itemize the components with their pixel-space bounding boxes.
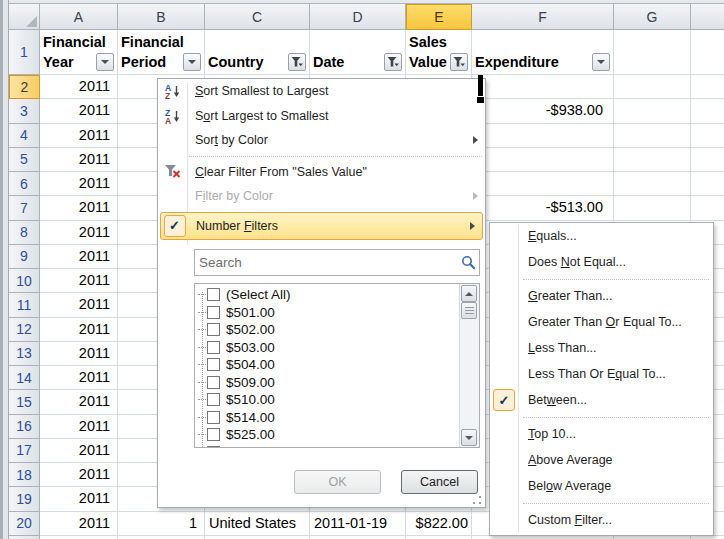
scroll-down-button[interactable] [461, 429, 477, 446]
col-header-C[interactable]: C [205, 4, 310, 30]
filter-value-509-00[interactable]: $509.00 [195, 374, 460, 392]
row-header-1[interactable]: 1 [9, 30, 40, 75]
header-cell-g[interactable] [614, 30, 691, 75]
cell-G6[interactable] [614, 172, 691, 196]
row-header-2[interactable]: 2 [9, 75, 40, 99]
search-icon[interactable] [457, 255, 479, 270]
row-header-15[interactable]: 15 [9, 390, 40, 414]
filter-value-501-00[interactable]: $501.00 [195, 304, 460, 322]
cell-F3[interactable]: -$938.00 [472, 99, 614, 123]
cancel-button[interactable]: Cancel [401, 470, 478, 494]
row-header-17[interactable]: 17 [9, 439, 40, 463]
search-box[interactable] [194, 249, 480, 276]
select-all-corner[interactable] [9, 4, 40, 30]
cell-A20[interactable]: 2011 [40, 512, 118, 536]
cell-C20[interactable]: United States [205, 512, 310, 536]
search-input[interactable] [195, 255, 457, 270]
row-header-19[interactable]: 19 [9, 487, 40, 511]
cell-H2[interactable] [691, 75, 724, 99]
filter-value-partial[interactable] [195, 444, 460, 448]
menu-item-number-filters[interactable]: ✓Number Filters [160, 212, 483, 240]
checkbox-501-00[interactable] [207, 306, 220, 319]
row-header-16[interactable]: 16 [9, 415, 40, 439]
col-header-D[interactable]: D [310, 4, 406, 30]
cell-G3[interactable] [614, 99, 691, 123]
filter-funnel-button[interactable] [384, 53, 402, 71]
row-header-10[interactable]: 10 [9, 269, 40, 293]
row-header-6[interactable]: 6 [9, 172, 40, 196]
row-header-11[interactable]: 11 [9, 293, 40, 317]
filter-value-514-00[interactable]: $514.00 [195, 409, 460, 427]
header-cell-date[interactable]: Date [310, 30, 406, 75]
resize-grip[interactable] [472, 495, 482, 505]
filter-dropdown-button[interactable] [96, 53, 114, 71]
cell-A19[interactable]: 2011 [40, 487, 118, 511]
checkbox-509-00[interactable] [207, 376, 220, 389]
menu-item-less-than-or-equal-to[interactable]: Less Than Or Equal To... [490, 361, 713, 387]
cell-A7[interactable]: 2011 [40, 196, 118, 220]
cell-A13[interactable]: 2011 [40, 342, 118, 366]
filter-value-504-00[interactable]: $504.00 [195, 356, 460, 374]
cell-A15[interactable]: 2011 [40, 390, 118, 414]
row-header-8[interactable]: 8 [9, 221, 40, 245]
col-header-G[interactable]: G [614, 4, 691, 30]
checkbox-510-00[interactable] [207, 393, 220, 406]
col-header-A[interactable]: A [40, 4, 118, 30]
cell-A10[interactable]: 2011 [40, 269, 118, 293]
filter-dropdown-button[interactable] [183, 53, 201, 71]
row-header-9[interactable]: 9 [9, 245, 40, 269]
header-cell-expenditure[interactable]: Expenditure [472, 30, 614, 75]
cell-A8[interactable]: 2011 [40, 221, 118, 245]
col-header-B[interactable]: B [118, 4, 205, 30]
col-header-E[interactable]: E [406, 4, 472, 30]
filter-dropdown-button[interactable] [592, 53, 610, 71]
cell-A6[interactable]: 2011 [40, 172, 118, 196]
cell-A11[interactable]: 2011 [40, 293, 118, 317]
fill-handle[interactable] [477, 97, 484, 103]
header-cell-financial-period[interactable]: FinancialPeriod [118, 30, 205, 75]
cell-A18[interactable]: 2011 [40, 463, 118, 487]
filter-value-502-00[interactable]: $502.00 [195, 321, 460, 339]
menu-item-above-average[interactable]: Above Average [490, 447, 713, 473]
checkbox-514-00[interactable] [207, 411, 220, 424]
menu-item-sort-by-color[interactable]: Sort by Color [158, 128, 485, 153]
col-header-F[interactable]: F [472, 4, 614, 30]
cell-A12[interactable]: 2011 [40, 318, 118, 342]
cell-A4[interactable]: 2011 [40, 124, 118, 148]
cell-A3[interactable]: 2011 [40, 99, 118, 123]
row-header-7[interactable]: 7 [9, 196, 40, 220]
cell-A17[interactable]: 2011 [40, 439, 118, 463]
header-cell-country[interactable]: Country [205, 30, 310, 75]
cell-H3[interactable] [691, 99, 724, 123]
filter-value-select-all[interactable]: (Select All) [195, 286, 460, 304]
menu-item-less-than[interactable]: Less Than... [490, 335, 713, 361]
scroll-thumb[interactable] [461, 302, 477, 319]
cell-A2[interactable]: 2011 [40, 75, 118, 99]
filter-funnel-button[interactable] [288, 53, 306, 71]
filter-value-503-00[interactable]: $503.00 [195, 339, 460, 357]
checkbox-525-00[interactable] [207, 428, 220, 441]
cell-A14[interactable]: 2011 [40, 366, 118, 390]
row-header-4[interactable]: 4 [9, 124, 40, 148]
cell-F6[interactable] [472, 172, 614, 196]
cell-A9[interactable]: 2011 [40, 245, 118, 269]
menu-item-clear-filter-from-sales-value[interactable]: Clear Filter From "Sales Value" [158, 160, 485, 185]
checkbox-502-00[interactable] [207, 323, 220, 336]
cell-F7[interactable]: -$513.00 [472, 196, 614, 220]
cell-F5[interactable] [472, 148, 614, 172]
cell-B20[interactable]: 1 [118, 512, 205, 536]
menu-item-equals[interactable]: Equals... [490, 223, 713, 249]
cell-D20[interactable]: 2011-01-19 [310, 512, 406, 536]
cell-A5[interactable]: 2011 [40, 148, 118, 172]
header-cell-h[interactable] [691, 30, 724, 75]
cell-H4[interactable] [691, 124, 724, 148]
cell-H7[interactable] [691, 196, 724, 220]
row-header-18[interactable]: 18 [9, 463, 40, 487]
menu-item-custom-filter[interactable]: Custom Filter... [490, 507, 713, 533]
cell-G2[interactable] [614, 75, 691, 99]
row-header-3[interactable]: 3 [9, 99, 40, 123]
scroll-up-button[interactable] [461, 285, 477, 302]
menu-item-sort-largest-to-smallest[interactable]: ZASort Largest to Smallest [158, 104, 485, 129]
filter-value-510-00[interactable]: $510.00 [195, 391, 460, 409]
checkbox-503-00[interactable] [207, 341, 220, 354]
